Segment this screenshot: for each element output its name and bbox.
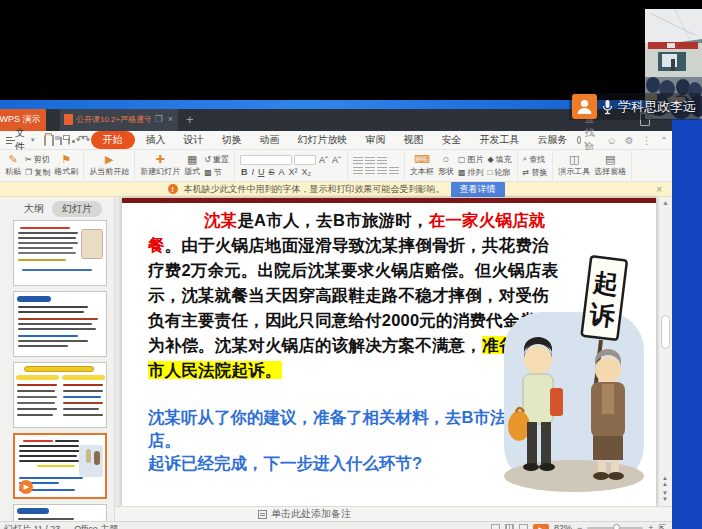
find-button[interactable]: ⌕查找	[523, 154, 548, 165]
play-from-current-button[interactable]: ▶ 从当前开始	[89, 154, 129, 177]
layout-button[interactable]: ▦ 版式	[184, 154, 200, 177]
slide-thumbnail[interactable]	[13, 362, 107, 428]
shrink-font-icon[interactable]: Aˇ	[331, 155, 342, 165]
settings-gear-icon[interactable]: ⚙	[625, 135, 634, 146]
scroll-up-icon[interactable]: ▲	[662, 199, 669, 206]
slide-counter: 幻灯片 11 / 23	[4, 523, 60, 529]
status-bar: 幻灯片 11 / 23 Office 主题 ▶ 82% − + ⇱	[0, 521, 672, 529]
cut-button[interactable]: ✂剪切	[25, 154, 50, 165]
font-size-select[interactable]	[294, 155, 316, 165]
slide-thumbnail[interactable]	[13, 220, 107, 286]
thumbnail-play-button[interactable]	[19, 480, 33, 494]
zoom-in-button[interactable]: +	[648, 523, 653, 529]
arrange-button[interactable]: ▩排列	[458, 167, 484, 178]
slideshow-play-button[interactable]: ▶	[533, 524, 549, 529]
zoom-level[interactable]: 82%	[554, 523, 572, 529]
previous-slide-icon[interactable]: ▲▲	[662, 475, 668, 487]
more-options-icon[interactable]: ⋮	[642, 135, 652, 146]
slide-thumbnail-current[interactable]	[13, 433, 107, 499]
font-name-select[interactable]	[240, 155, 292, 165]
justify-icon[interactable]	[389, 167, 399, 175]
new-slide-button[interactable]: ✚ 新建幻灯片	[140, 154, 180, 177]
bullet-list-icon[interactable]	[353, 157, 363, 165]
tab-close-icon[interactable]: ×	[167, 115, 174, 124]
selection-pane-button[interactable]: ▤ 选择窗格	[594, 154, 626, 177]
open-folder-icon[interactable]	[44, 135, 46, 146]
align-center-icon[interactable]	[365, 167, 375, 175]
menu-tab-9[interactable]: 安全	[433, 131, 471, 149]
tab-outline[interactable]: 大纲	[24, 202, 44, 216]
outline-button[interactable]: □轮廓	[487, 167, 511, 178]
copy-button[interactable]: ❐复制	[25, 167, 50, 178]
format-button-x²[interactable]: X²	[287, 167, 298, 177]
menu-tab-1[interactable]: 开始	[91, 131, 135, 149]
tab-restore-icon[interactable]: ❐	[154, 115, 164, 124]
format-painter-button[interactable]: ⚑ 格式刷	[54, 154, 78, 177]
slide-sorter-view-icon[interactable]	[505, 524, 514, 529]
align-left-icon[interactable]	[353, 167, 363, 175]
slide-thumbnail[interactable]	[13, 291, 107, 357]
presentation-tools-button[interactable]: ◫ 演示工具	[558, 154, 590, 177]
next-slide-icon[interactable]: ▼▼	[662, 490, 668, 502]
textbox-button[interactable]: ⌨ 文本框	[410, 154, 434, 177]
paste-button[interactable]: ✎ 粘贴	[5, 154, 21, 177]
editing-group: ⌕查找 ⇄替换	[518, 151, 554, 181]
smiley-icon[interactable]: ☺	[607, 135, 617, 146]
format-button-s[interactable]: S	[267, 167, 275, 177]
reset-button[interactable]: ↺重置	[204, 154, 229, 165]
person-icon	[575, 97, 594, 116]
format-button-a[interactable]: A	[277, 167, 285, 177]
replace-button[interactable]: ⇄替换	[523, 167, 548, 178]
print-icon[interactable]	[60, 137, 62, 145]
view-details-button[interactable]: 查看详情	[451, 182, 505, 197]
zoom-out-button[interactable]: −	[577, 523, 582, 529]
paste-label: 粘贴	[5, 166, 21, 177]
menu-tab-10[interactable]: 开发工具	[471, 131, 529, 149]
hamburger-icon	[6, 137, 12, 144]
number-list-icon[interactable]	[365, 157, 375, 165]
zoom-slider-knob[interactable]	[613, 524, 620, 529]
normal-view-icon[interactable]	[491, 524, 500, 529]
scrollbar-thumb[interactable]	[661, 315, 670, 349]
font-missing-notification: ! 本机缺少此文件中用到的字体，显示和打印效果可能会受到影响。 查看详情 ×	[0, 182, 672, 197]
format-button-x₂[interactable]: X₂	[300, 167, 312, 177]
format-button-i[interactable]: I	[250, 167, 255, 177]
notification-message: 本机缺少此文件中用到的字体，显示和打印效果可能会受到影响。	[184, 183, 445, 196]
outline-label: 轮廓	[494, 167, 510, 178]
tools-group: ◫ 演示工具 ▤ 选择窗格	[553, 151, 632, 181]
fill-button[interactable]: ◆填充	[487, 154, 511, 165]
menu-tab-7[interactable]: 审阅	[357, 131, 395, 149]
slides-group: ✚ 新建幻灯片 ▦ 版式 ↺重置 ▩节	[135, 151, 235, 181]
menu-tab-4[interactable]: 切换	[213, 131, 251, 149]
shapes-button[interactable]: ○ 形状	[438, 154, 454, 177]
menu-tab-8[interactable]: 视图	[395, 131, 433, 149]
collapse-ribbon-icon[interactable]: ⌃	[660, 135, 668, 146]
indent-icon[interactable]	[377, 157, 387, 165]
menu-tab-2[interactable]: 插入	[137, 131, 175, 149]
search-icon	[577, 136, 581, 144]
reading-view-icon[interactable]	[519, 524, 528, 529]
menu-tab-3[interactable]: 设计	[175, 131, 213, 149]
format-button-b[interactable]: B	[240, 167, 249, 177]
section-button[interactable]: ▩节	[204, 167, 229, 178]
notification-close-icon[interactable]: ×	[656, 184, 662, 195]
tab-slides[interactable]: 幻灯片	[52, 201, 102, 217]
new-tab-button[interactable]: +	[186, 112, 194, 127]
document-tab[interactable]: 公开课10.2+严格遵守诉讼程序 ❐ ×	[60, 108, 178, 131]
slide-canvas[interactable]: 沈某是A市人，去B市旅游时，在一家火锅店就餐。由于火锅店地面湿滑导致沈某摔倒骨折…	[122, 198, 656, 506]
picture-button[interactable]: ▢图片	[458, 154, 484, 165]
grow-font-icon[interactable]: Aˆ	[318, 155, 329, 165]
format-button-u[interactable]: U	[257, 167, 266, 177]
menu-tab-11[interactable]: 云服务	[529, 131, 577, 149]
document-tab-title: 公开课10.2+严格遵守诉讼程序	[76, 114, 151, 125]
vertical-scrollbar[interactable]: ▲ ▲▲ ▼▼	[658, 197, 672, 506]
print-preview-icon[interactable]	[68, 137, 70, 145]
fit-to-window-icon[interactable]: ⇱	[658, 523, 666, 529]
menu-tab-6[interactable]: 幻灯片放映	[289, 131, 357, 149]
align-right-icon[interactable]	[377, 167, 387, 175]
menu-tab-5[interactable]: 动画	[251, 131, 289, 149]
format-painter-label: 格式刷	[54, 166, 78, 177]
notes-bar[interactable]: 单击此处添加备注	[115, 506, 672, 521]
chevron-down-icon: ▾	[31, 136, 35, 144]
save-icon[interactable]	[52, 135, 54, 146]
